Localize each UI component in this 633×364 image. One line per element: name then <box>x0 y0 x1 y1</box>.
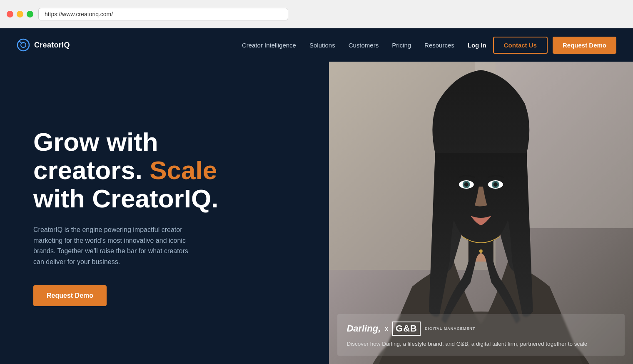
heading-accent: Scale <box>150 156 217 184</box>
photo-overlay-card: Darling, x G&B DIGITAL MANAGEMENT Discov… <box>337 314 625 356</box>
close-button[interactable] <box>7 11 13 17</box>
svg-point-3 <box>19 40 20 42</box>
logo-area[interactable]: CreatorIQ <box>17 38 70 52</box>
heading-line1: Grow with <box>33 127 158 156</box>
overlay-partner-name: G&B <box>392 322 421 336</box>
svg-point-15 <box>493 182 498 187</box>
minimize-button[interactable] <box>17 11 23 17</box>
svg-point-16 <box>479 249 483 253</box>
heading-line2: creators. <box>33 156 142 184</box>
overlay-brand-name: Darling, <box>346 323 381 334</box>
nav-resources[interactable]: Resources <box>424 42 454 49</box>
nav-solutions[interactable]: Solutions <box>309 42 335 49</box>
request-demo-hero-button[interactable]: Request Demo <box>33 285 107 306</box>
hero-section: Grow with creators. Scale with CreatorIQ… <box>0 62 633 364</box>
nav-customers[interactable]: Customers <box>349 42 379 49</box>
contact-us-button[interactable]: Contact Us <box>493 37 548 54</box>
hero-subtext: CreatorIQ is the engine powering impactf… <box>33 224 200 267</box>
nav-links: Creator Intelligence Solutions Customers… <box>242 42 454 49</box>
heading-line3: with CreatorIQ. <box>33 184 218 213</box>
logo-icon <box>17 38 30 52</box>
address-bar[interactable]: https://www.creatoriq.com/ <box>38 8 288 20</box>
nav-creator-intelligence[interactable]: Creator Intelligence <box>242 42 296 49</box>
traffic-lights <box>7 11 33 17</box>
svg-point-12 <box>464 182 469 187</box>
overlay-description: Discover how Darling, a lifestyle brand,… <box>346 340 616 348</box>
login-link[interactable]: Log In <box>468 42 486 49</box>
maximize-button[interactable] <box>27 11 33 17</box>
browser-chrome: https://www.creatoriq.com/ <box>0 0 633 28</box>
website: CreatorIQ Creator Intelligence Solutions… <box>0 28 633 364</box>
logo-text: CreatorIQ <box>34 41 70 50</box>
overlay-subtitle: DIGITAL MANAGEMENT <box>425 327 475 331</box>
hero-heading: Grow with creators. Scale with CreatorIQ… <box>33 128 304 213</box>
overlay-title: Darling, x G&B DIGITAL MANAGEMENT <box>346 322 616 336</box>
navbar: CreatorIQ Creator Intelligence Solutions… <box>0 28 633 62</box>
nav-pricing[interactable]: Pricing <box>392 42 411 49</box>
hero-right: Darling, x G&B DIGITAL MANAGEMENT Discov… <box>329 62 633 364</box>
request-demo-nav-button[interactable]: Request Demo <box>553 37 616 54</box>
hero-left: Grow with creators. Scale with CreatorIQ… <box>0 62 329 364</box>
